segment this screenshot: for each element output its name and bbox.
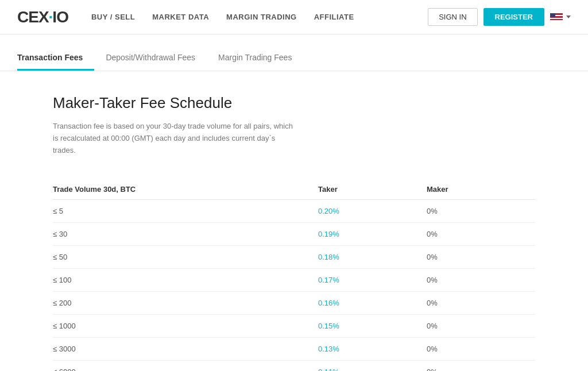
- tabs-container: Transaction Fees Deposit/Withdrawal Fees…: [17, 46, 571, 71]
- register-button[interactable]: REGISTER: [483, 8, 544, 26]
- fee-description: Transaction fee is based on your 30-day …: [53, 121, 294, 156]
- cell-maker: 0%: [427, 361, 535, 371]
- cell-maker: 0%: [427, 200, 535, 223]
- table-row: ≤ 1000 0.15% 0%: [53, 315, 535, 338]
- tab-deposit-withdrawal-fees[interactable]: Deposit/Withdrawal Fees: [94, 46, 207, 71]
- cell-volume: ≤ 1000: [53, 315, 318, 338]
- table-row: ≤ 200 0.16% 0%: [53, 292, 535, 315]
- tabs-section: Transaction Fees Deposit/Withdrawal Fees…: [0, 46, 588, 71]
- col-header-volume: Trade Volume 30d, BTC: [53, 179, 318, 200]
- table-row: ≤ 6000 0.11% 0%: [53, 361, 535, 371]
- header-actions: SIGN IN REGISTER: [428, 8, 571, 26]
- cell-taker: 0.11%: [318, 361, 427, 371]
- table-row: ≤ 50 0.18% 0%: [53, 246, 535, 269]
- cell-maker: 0%: [427, 315, 535, 338]
- main-content: Maker-Taker Fee Schedule Transaction fee…: [36, 71, 552, 371]
- cell-taker: 0.15%: [318, 315, 427, 338]
- cell-volume: ≤ 6000: [53, 361, 318, 371]
- cell-taker: 0.17%: [318, 269, 427, 292]
- chevron-down-icon: [566, 16, 571, 18]
- cell-taker: 0.19%: [318, 223, 427, 246]
- nav-buy-sell[interactable]: BUY / SELL: [91, 13, 135, 21]
- main-nav: BUY / SELL MARKET DATA MARGIN TRADING AF…: [91, 13, 428, 21]
- fee-table: Trade Volume 30d, BTC Taker Maker ≤ 5 0.…: [53, 179, 535, 371]
- table-row: ≤ 30 0.19% 0%: [53, 223, 535, 246]
- cell-maker: 0%: [427, 223, 535, 246]
- logo[interactable]: CEX·IO: [17, 8, 68, 26]
- site-header: CEX·IO BUY / SELL MARKET DATA MARGIN TRA…: [0, 0, 588, 34]
- cell-volume: ≤ 100: [53, 269, 318, 292]
- col-header-taker: Taker: [318, 179, 427, 200]
- nav-margin-trading[interactable]: MARGIN TRADING: [226, 13, 297, 21]
- cell-maker: 0%: [427, 269, 535, 292]
- page-title: Maker-Taker Fee Schedule: [53, 94, 535, 112]
- cell-maker: 0%: [427, 338, 535, 361]
- cell-maker: 0%: [427, 246, 535, 269]
- us-flag-icon: [550, 13, 563, 21]
- language-selector[interactable]: [550, 13, 571, 21]
- col-header-maker: Maker: [427, 179, 535, 200]
- cell-taker: 0.18%: [318, 246, 427, 269]
- nav-market-data[interactable]: MARKET DATA: [152, 13, 209, 21]
- tab-transaction-fees[interactable]: Transaction Fees: [17, 46, 94, 71]
- table-row: ≤ 100 0.17% 0%: [53, 269, 535, 292]
- nav-affiliate[interactable]: AFFILIATE: [314, 13, 354, 21]
- logo-text: CEX·IO: [17, 8, 68, 26]
- cell-volume: ≤ 3000: [53, 338, 318, 361]
- cell-volume: ≤ 30: [53, 223, 318, 246]
- cell-maker: 0%: [427, 292, 535, 315]
- cell-volume: ≤ 200: [53, 292, 318, 315]
- table-header-row: Trade Volume 30d, BTC Taker Maker: [53, 179, 535, 200]
- cell-volume: ≤ 50: [53, 246, 318, 269]
- signin-button[interactable]: SIGN IN: [428, 8, 477, 26]
- table-row: ≤ 5 0.20% 0%: [53, 200, 535, 223]
- tab-margin-trading-fees[interactable]: Margin Trading Fees: [207, 46, 303, 71]
- table-row: ≤ 3000 0.13% 0%: [53, 338, 535, 361]
- cell-taker: 0.13%: [318, 338, 427, 361]
- cell-taker: 0.20%: [318, 200, 427, 223]
- cell-volume: ≤ 5: [53, 200, 318, 223]
- cell-taker: 0.16%: [318, 292, 427, 315]
